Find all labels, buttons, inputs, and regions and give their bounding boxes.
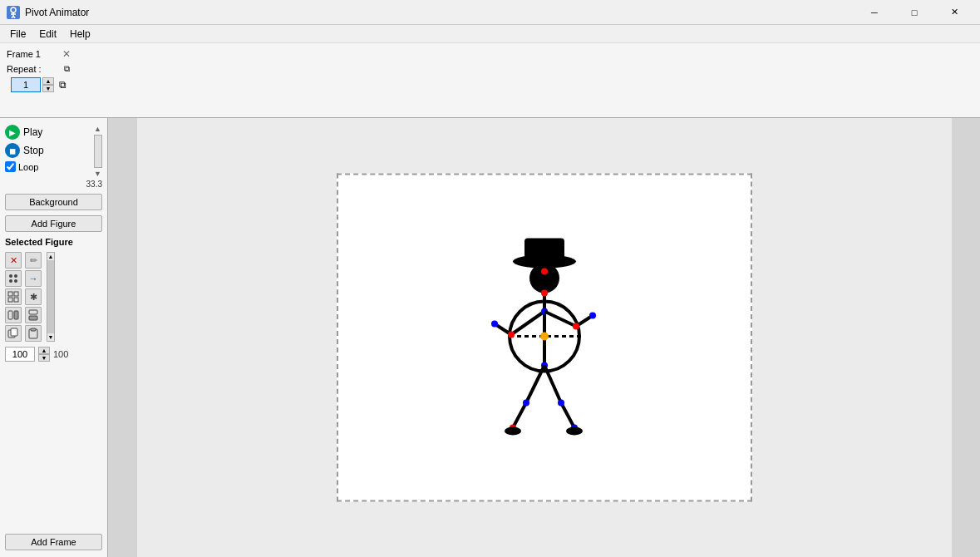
size-max-label: 100: [53, 349, 68, 359]
menu-help[interactable]: Help: [63, 27, 97, 42]
svg-point-6: [14, 274, 17, 278]
svg-line-43: [513, 403, 526, 428]
svg-rect-10: [14, 292, 18, 296]
svg-point-36: [508, 332, 515, 338]
playback-scrollbar[interactable]: [94, 135, 102, 168]
stickman[interactable]: [478, 229, 611, 447]
svg-point-31: [540, 333, 549, 341]
svg-rect-15: [29, 310, 37, 314]
paste-frame-button[interactable]: [25, 325, 42, 342]
svg-point-40: [573, 323, 579, 330]
frames-panel: Frame 1 ✕ Repeat : ⧉ 1 ▲ ▼ ⧉: [0, 43, 980, 118]
repeat-label: Repeat :: [7, 64, 42, 74]
size-spinner-buttons: ▲ ▼: [38, 347, 50, 362]
stop-label: Stop: [23, 145, 44, 156]
frame-1-delete-button[interactable]: ✕: [60, 47, 73, 61]
stop-row: ◼ Stop: [5, 143, 44, 158]
frame-1-spinner-buttons: ▲ ▼: [42, 77, 54, 92]
content-row: ▶ Play ◼ Stop Loop ▲: [0, 118, 980, 557]
svg-rect-12: [14, 298, 18, 302]
svg-point-7: [9, 279, 12, 283]
minimize-button[interactable]: ─: [855, 1, 894, 24]
svg-point-8: [14, 279, 17, 283]
svg-rect-18: [11, 328, 17, 336]
menu-file[interactable]: File: [3, 27, 32, 42]
app-title: Pivot Animator: [25, 7, 855, 18]
svg-rect-20: [31, 328, 36, 331]
figure-tools-grid: ✕ ✏ →: [5, 252, 43, 342]
svg-point-37: [491, 321, 498, 328]
size-input[interactable]: [5, 347, 35, 362]
svg-line-4: [13, 16, 15, 18]
svg-point-30: [541, 290, 548, 297]
pipette-button[interactable]: ✱: [25, 288, 42, 305]
copy-frame-button[interactable]: [5, 325, 22, 342]
fps-display: 33.3: [5, 180, 102, 189]
frame-1-paste-button[interactable]: ⧉: [56, 78, 69, 91]
edit-figure-button[interactable]: ✏: [25, 252, 42, 269]
main-layout: Frame 1 ✕ Repeat : ⧉ 1 ▲ ▼ ⧉: [0, 43, 980, 557]
svg-point-44: [523, 400, 529, 407]
svg-point-23: [529, 264, 559, 293]
window-controls: ─ □ ✕: [855, 1, 973, 24]
svg-rect-22: [524, 239, 564, 264]
svg-rect-13: [8, 311, 12, 319]
svg-point-0: [11, 7, 16, 12]
loop-label: Loop: [18, 162, 38, 172]
frame-1-repeat-input[interactable]: 1: [11, 77, 41, 92]
svg-rect-11: [8, 298, 12, 302]
scroll-down-arrow[interactable]: ▼: [94, 170, 101, 178]
size-up-button[interactable]: ▲: [38, 347, 50, 354]
frame-1-label: Frame 1: [7, 49, 41, 59]
loop-row: Loop: [5, 161, 44, 172]
size-row: ▲ ▼ 100: [5, 347, 102, 362]
frame-1-card: Frame 1 ✕ Repeat : ⧉ 1 ▲ ▼ ⧉: [7, 47, 73, 92]
delete-figure-button[interactable]: ✕: [5, 252, 22, 269]
svg-point-5: [9, 274, 12, 278]
spinner-down-button[interactable]: ▼: [42, 85, 54, 92]
canvas-inner: [137, 118, 952, 557]
canvas-area[interactable]: [108, 118, 980, 557]
menu-bar: File Edit Help: [0, 25, 980, 43]
svg-rect-14: [14, 311, 18, 319]
frame-1-spinner-row: 1 ▲ ▼ ⧉: [11, 77, 69, 92]
tools-scrollbar[interactable]: ▲ ▼: [47, 252, 55, 342]
svg-point-48: [558, 400, 564, 407]
frame-1-copy-button[interactable]: ⧉: [60, 62, 73, 76]
grid-button[interactable]: [5, 288, 22, 305]
sidebar: ▶ Play ◼ Stop Loop ▲: [0, 118, 108, 557]
svg-line-47: [561, 403, 574, 428]
add-figure-button[interactable]: Add Figure: [5, 215, 102, 232]
frame-1-repeat-row: Repeat : ⧉: [7, 62, 73, 76]
selected-figure-label: Selected Figure: [5, 237, 102, 247]
frame-1-header: Frame 1 ✕: [7, 47, 73, 61]
background-button[interactable]: Background: [5, 194, 102, 210]
playback-section: ▶ Play ◼ Stop Loop ▲: [5, 125, 102, 189]
duplicate-figure-button[interactable]: [5, 270, 22, 287]
menu-edit[interactable]: Edit: [32, 27, 63, 42]
svg-point-41: [589, 313, 596, 319]
add-frame-section: Add Frame: [5, 534, 102, 550]
title-bar: Pivot Animator ─ □ ✕: [0, 0, 980, 25]
play-button[interactable]: ▶: [5, 125, 20, 140]
spinner-up-button[interactable]: ▲: [42, 77, 54, 85]
move-figure-button[interactable]: →: [25, 270, 42, 287]
flip-h-button[interactable]: [5, 307, 22, 323]
flip-v-button[interactable]: [25, 307, 42, 323]
scroll-up-arrow[interactable]: ▲: [94, 125, 101, 133]
figure-tools-area: ✕ ✏ →: [5, 252, 102, 342]
svg-rect-16: [29, 316, 37, 320]
play-row: ▶ Play: [5, 125, 44, 140]
svg-point-51: [566, 427, 583, 436]
svg-point-24: [541, 269, 548, 275]
stop-button[interactable]: ◼: [5, 143, 20, 158]
maximize-button[interactable]: □: [895, 1, 933, 24]
app-icon: [7, 6, 20, 19]
svg-point-50: [505, 427, 521, 436]
size-down-button[interactable]: ▼: [38, 354, 50, 362]
add-frame-button[interactable]: Add Frame: [5, 534, 102, 550]
play-label: Play: [23, 126, 42, 138]
svg-rect-9: [8, 292, 12, 296]
close-button[interactable]: ✕: [935, 1, 973, 24]
loop-checkbox[interactable]: [5, 161, 16, 172]
